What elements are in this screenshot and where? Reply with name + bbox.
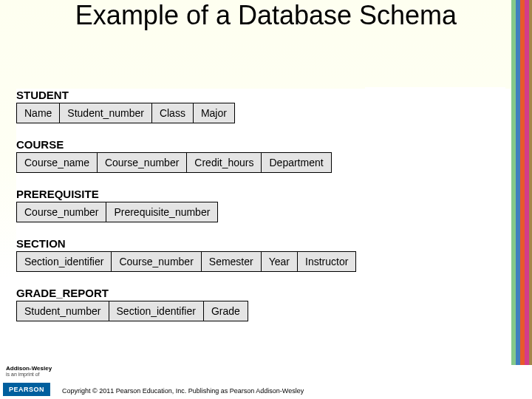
- schema-table: Course_name Course_number Credit_hours D…: [16, 152, 332, 173]
- schema-column: Prerequisite_number: [106, 202, 218, 222]
- schema-name: STUDENT: [16, 89, 511, 101]
- schema-column: Department: [262, 153, 331, 173]
- copyright-text: Copyright © 2011 Pearson Education, Inc.…: [62, 387, 304, 395]
- schema-table: Course_number Prerequisite_number: [16, 202, 218, 222]
- schema-course: COURSE Course_name Course_number Credit_…: [16, 138, 511, 173]
- imprint: Addison-Wesley is an imprint of: [6, 366, 52, 377]
- stripe-band: [529, 0, 532, 399]
- schema-column: Section_identifier: [109, 301, 203, 321]
- schema-table: Name Student_number Class Major: [16, 103, 235, 123]
- page-title: Example of a Database Schema: [0, 0, 532, 30]
- schema-column: Name: [17, 103, 60, 123]
- schema-column: Instructor: [298, 252, 356, 272]
- imprint-sub: is an imprint of: [6, 372, 52, 377]
- schema-table: Section_identifier Course_number Semeste…: [16, 251, 356, 272]
- publisher-badge: PEARSON: [3, 383, 50, 396]
- schema-column: Class: [151, 103, 193, 123]
- schema-column: Credit_hours: [187, 153, 262, 173]
- schema-diagram: STUDENT Name Student_number Class Major …: [16, 89, 511, 336]
- schema-table: Student_number Section_identifier Grade: [16, 301, 248, 321]
- decorative-stripe: [511, 0, 532, 399]
- footer: Addison-Wesley is an imprint of PEARSON …: [0, 365, 532, 399]
- schema-grade-report: GRADE_REPORT Student_number Section_iden…: [16, 287, 511, 321]
- schema-column: Grade: [203, 301, 248, 321]
- schema-column: Semester: [201, 252, 261, 272]
- schema-column: Section_identifier: [17, 252, 112, 272]
- schema-column: Course_number: [17, 202, 106, 222]
- imprint-name: Addison-Wesley: [6, 365, 52, 372]
- schema-student: STUDENT Name Student_number Class Major: [16, 89, 511, 123]
- schema-column: Course_name: [17, 153, 98, 173]
- schema-name: COURSE: [16, 138, 511, 151]
- schema-section: SECTION Section_identifier Course_number…: [16, 237, 511, 272]
- schema-name: GRADE_REPORT: [16, 287, 511, 299]
- schema-column: Student_number: [17, 301, 109, 321]
- schema-column: Student_number: [60, 103, 152, 123]
- schema-column: Major: [193, 103, 234, 123]
- schema-name: SECTION: [16, 237, 511, 250]
- schema-name: PREREQUISITE: [16, 188, 511, 200]
- schema-prerequisite: PREREQUISITE Course_number Prerequisite_…: [16, 188, 511, 222]
- schema-column: Course_number: [97, 153, 186, 173]
- slide: Example of a Database Schema Figure 2.1 …: [0, 0, 532, 399]
- schema-column: Year: [261, 252, 297, 272]
- schema-column: Course_number: [112, 252, 201, 272]
